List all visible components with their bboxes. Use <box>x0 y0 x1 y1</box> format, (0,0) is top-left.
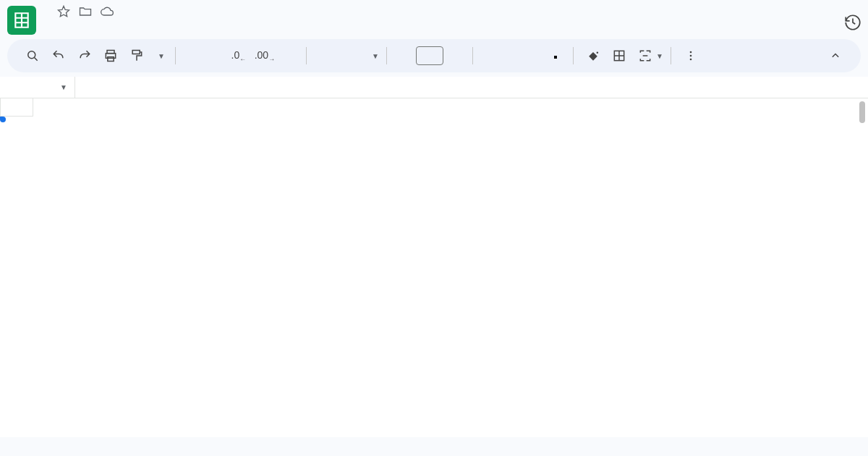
print-icon[interactable] <box>98 43 123 68</box>
name-box[interactable]: ▼ <box>0 77 75 98</box>
caret-down-icon: ▼ <box>372 52 379 60</box>
caret-down-icon: ▼ <box>158 52 165 60</box>
svg-point-8 <box>689 55 692 57</box>
zoom-select[interactable]: ▼ <box>150 52 168 60</box>
decrease-decimal-button[interactable]: .0← <box>226 43 251 68</box>
search-icon[interactable] <box>20 43 45 68</box>
doc-title[interactable] <box>43 11 49 12</box>
separator <box>386 47 387 64</box>
undo-icon[interactable] <box>46 43 71 68</box>
svg-point-7 <box>689 51 692 54</box>
menu-view[interactable] <box>75 20 90 26</box>
cloud-status-icon[interactable] <box>100 4 114 19</box>
more-toolbar-icon[interactable] <box>678 43 703 68</box>
version-history-icon[interactable] <box>843 13 862 32</box>
merge-cells-button[interactable] <box>633 43 658 68</box>
font-family-select[interactable]: ▼ <box>314 52 379 60</box>
scrollbar-thumb[interactable] <box>859 101 865 123</box>
select-all-corner[interactable] <box>1 98 33 116</box>
menu-insert[interactable] <box>91 20 106 26</box>
menu-data[interactable] <box>123 20 137 26</box>
menu-extensions[interactable] <box>155 20 169 26</box>
fontsize-input[interactable] <box>416 46 443 65</box>
fill-color-button[interactable] <box>581 43 605 68</box>
svg-rect-3 <box>108 57 114 62</box>
separator <box>671 47 671 64</box>
menu-file[interactable] <box>43 20 58 26</box>
selection-handle[interactable] <box>0 117 6 122</box>
caret-down-icon[interactable]: ▼ <box>656 52 663 60</box>
separator <box>306 47 307 64</box>
spreadsheet-grid[interactable] <box>0 98 868 437</box>
star-icon[interactable] <box>56 4 71 19</box>
caret-down-icon: ▼ <box>60 83 67 91</box>
paint-format-icon[interactable] <box>124 43 149 68</box>
toolbar: ▼ .0← .00→ ▼ ▼ <box>7 39 861 72</box>
selection-outline <box>0 117 3 119</box>
formula-bar: ▼ <box>0 77 868 98</box>
vertical-scrollbar[interactable] <box>856 98 867 437</box>
svg-point-9 <box>689 59 692 61</box>
redo-icon[interactable] <box>72 43 97 68</box>
collapse-toolbar-icon[interactable] <box>823 43 848 68</box>
menu-tools[interactable] <box>139 20 153 26</box>
separator <box>573 47 574 64</box>
increase-decimal-button[interactable]: .00→ <box>252 43 277 68</box>
move-folder-icon[interactable] <box>78 4 93 19</box>
svg-rect-4 <box>132 51 140 54</box>
menu-format[interactable] <box>107 20 122 26</box>
menu-bar <box>43 19 185 28</box>
separator <box>472 47 473 64</box>
svg-point-0 <box>28 51 35 59</box>
svg-point-5 <box>596 52 598 54</box>
separator <box>175 47 176 64</box>
menu-help[interactable] <box>171 20 185 26</box>
menu-edit[interactable] <box>59 20 74 26</box>
formula-input[interactable] <box>97 79 868 96</box>
sheets-logo[interactable] <box>7 6 36 35</box>
borders-button[interactable] <box>607 43 631 68</box>
